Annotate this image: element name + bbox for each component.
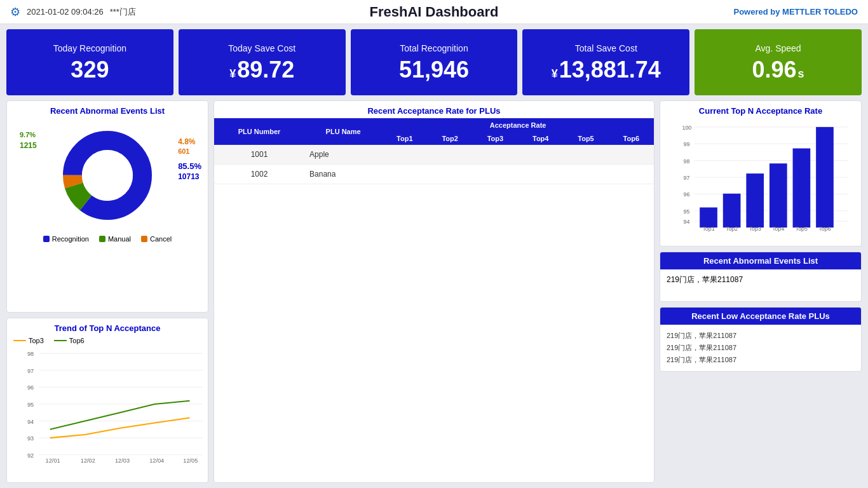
- legend-manual-dot: [99, 236, 105, 242]
- low-acceptance-header: Recent Low Acceptance Rate PLUs: [660, 308, 861, 325]
- svg-text:100: 100: [682, 125, 692, 131]
- svg-text:96: 96: [683, 191, 689, 198]
- trend-legend-top6: Top6: [54, 337, 85, 344]
- header-right: Powered by METTLER TOLEDO: [733, 7, 858, 17]
- low-accept-event-2: 219门店，苹果211087: [667, 342, 855, 354]
- legend-recognition-label: Recognition: [52, 235, 89, 243]
- recent-abnormal-panel: Recent Abnormal Events List 219门店，苹果2110…: [660, 252, 862, 302]
- header-title: FreshAI Dashboard: [370, 4, 499, 20]
- trend-title: Trend of Top N Acceptance: [7, 318, 208, 336]
- svg-text:94: 94: [27, 419, 34, 425]
- table-body: 1001 Apple 1002 Banana: [214, 145, 654, 184]
- svg-text:Top5: Top5: [796, 226, 808, 232]
- cell-plu-number: 1001: [214, 145, 304, 165]
- green-pct: 9.7%: [20, 131, 37, 139]
- cell-top2: [427, 165, 472, 184]
- bar-top3: [746, 173, 764, 227]
- table-container: PLU Number PLU Name Acceptance Rate Top1…: [214, 118, 654, 477]
- brand-name: METTLER TOLEDO: [782, 7, 858, 17]
- trend-top6-label: Top6: [69, 337, 85, 344]
- svg-text:92: 92: [27, 452, 34, 459]
- today-save-cost-label: Today Save Cost: [228, 43, 295, 53]
- cell-top6: [609, 165, 654, 184]
- cell-top6: [609, 145, 654, 165]
- abnormal-event-1: 219门店，苹果211087: [667, 274, 855, 285]
- bar-top6: [816, 127, 834, 227]
- svg-point-4: [82, 150, 133, 201]
- avg-speed-card: Avg. Speed 0.96s: [695, 29, 862, 95]
- svg-text:96: 96: [27, 384, 34, 391]
- donut-svg: [57, 125, 158, 226]
- cell-top1: [382, 165, 427, 184]
- table-header-row-1: PLU Number PLU Name Acceptance Rate: [214, 118, 654, 132]
- orange-val: 601: [178, 147, 201, 155]
- low-acceptance-body: 219门店，苹果211087 219门店，苹果211087 219门店，苹果21…: [660, 325, 861, 371]
- center-column: Recent Acceptance Rate for PLUs PLU Numb…: [214, 100, 654, 483]
- svg-text:12/05: 12/05: [183, 458, 198, 464]
- donut-left-labels: 9.7% 1215: [20, 131, 37, 150]
- trend-chart-area: 98 97 96 95 94 93 92 12/01: [7, 346, 208, 466]
- cell-top3: [473, 145, 518, 165]
- legend-cancel-label: Cancel: [150, 235, 172, 243]
- today-recognition-value: 329: [71, 58, 109, 81]
- donut-legend: Recognition Manual Cancel: [7, 233, 208, 245]
- bar-top2: [723, 194, 741, 227]
- recent-abnormal-header: Recent Abnormal Events List: [660, 252, 861, 269]
- powered-by-label: Powered by: [733, 7, 780, 17]
- donut-panel: Recent Abnormal Events List 9.7% 1215: [6, 100, 208, 313]
- cell-plu-name: Apple: [304, 145, 382, 165]
- total-save-cost-label: Total Save Cost: [575, 43, 637, 53]
- table-row: 1002 Banana: [214, 165, 654, 184]
- svg-text:93: 93: [27, 435, 34, 442]
- header-store: ***门店: [110, 6, 136, 18]
- legend-cancel: Cancel: [141, 235, 172, 243]
- header-datetime: 2021-01-02 09:04:26: [27, 7, 104, 17]
- acceptance-table: PLU Number PLU Name Acceptance Rate Top1…: [214, 118, 654, 184]
- cell-plu-number: 1002: [214, 165, 304, 184]
- today-recognition-card: Today Recognition 329: [6, 29, 173, 95]
- cell-top4: [518, 165, 563, 184]
- svg-text:95: 95: [683, 208, 689, 215]
- cell-top1: [382, 145, 427, 165]
- bar-chart-svg: 100 99 98 97 96 95 94: [678, 121, 856, 234]
- acceptance-title: Recent Acceptance Rate for PLUs: [214, 101, 654, 118]
- right-column: Current Top N Acceptance Rate 100 99 98 …: [660, 100, 862, 483]
- legend-recognition-dot: [43, 236, 50, 242]
- green-val: 1215: [20, 141, 37, 150]
- left-column: Recent Abnormal Events List 9.7% 1215: [6, 100, 208, 483]
- col-top5: Top5: [563, 132, 608, 145]
- svg-text:12/02: 12/02: [81, 458, 95, 464]
- main-content: Recent Abnormal Events List 9.7% 1215: [0, 100, 868, 488]
- total-recognition-value: 51,946: [399, 58, 469, 81]
- svg-text:12/01: 12/01: [46, 458, 60, 464]
- col-plu-name: PLU Name: [304, 118, 382, 145]
- cell-top2: [427, 145, 472, 165]
- acceptance-panel: Recent Acceptance Rate for PLUs PLU Numb…: [214, 100, 654, 483]
- cell-top5: [563, 145, 608, 165]
- col-top6: Top6: [609, 132, 654, 145]
- col-top4: Top4: [518, 132, 563, 145]
- trend-line-orange: [13, 340, 26, 341]
- svg-text:97: 97: [683, 175, 689, 181]
- today-save-cost-prefix: ¥: [229, 67, 236, 80]
- trend-legend: Top3 Top6: [7, 336, 208, 346]
- donut-right-labels: 4.8% 601 85.5% 10713: [178, 137, 201, 181]
- low-accept-event-3: 219门店，苹果211087: [667, 354, 855, 366]
- avg-speed-label: Avg. Speed: [756, 43, 801, 53]
- blue-val: 10713: [178, 172, 201, 181]
- col-top2: Top2: [427, 132, 472, 145]
- svg-text:98: 98: [683, 158, 689, 165]
- svg-text:Top6: Top6: [818, 226, 831, 232]
- trend-legend-top3: Top3: [13, 337, 44, 344]
- svg-text:Top3: Top3: [749, 226, 761, 232]
- today-recognition-label: Today Recognition: [53, 43, 126, 53]
- settings-icon: ⚙: [10, 5, 20, 19]
- today-save-cost-card: Today Save Cost ¥89.72: [179, 29, 346, 95]
- today-save-cost-value: ¥89.72: [229, 58, 294, 81]
- legend-manual: Manual: [99, 235, 131, 243]
- header-left: ⚙ 2021-01-02 09:04:26 ***门店: [10, 5, 136, 19]
- total-save-cost-card: Total Save Cost ¥13,881.74: [522, 29, 689, 95]
- bar-top5: [793, 149, 811, 228]
- kpi-row: Today Recognition 329 Today Save Cost ¥8…: [0, 24, 868, 100]
- bar-top4: [770, 163, 787, 227]
